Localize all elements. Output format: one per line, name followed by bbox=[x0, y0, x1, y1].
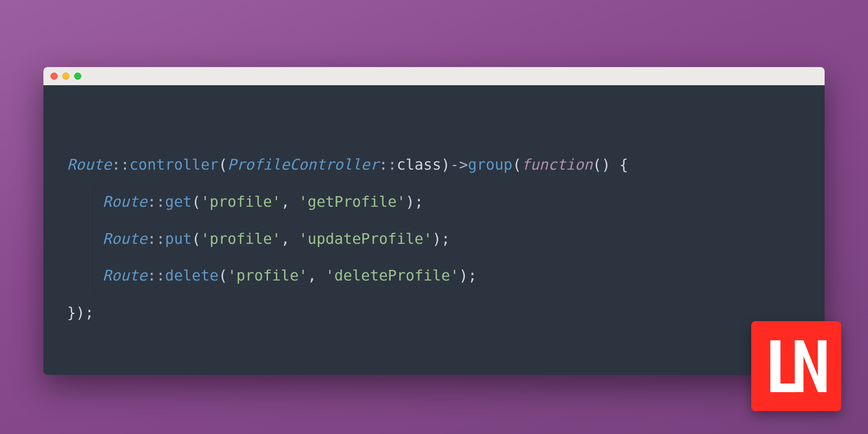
token-plain: ; bbox=[468, 267, 477, 284]
token-string: 'getProfile' bbox=[299, 193, 406, 210]
token-paren: ) bbox=[406, 193, 415, 210]
code-area: Route::controller(ProfileController::cla… bbox=[43, 85, 825, 375]
token-plain: , bbox=[308, 267, 326, 284]
token-string: 'updateProfile' bbox=[299, 230, 432, 247]
svg-rect-0 bbox=[770, 383, 795, 392]
token-class: Route bbox=[103, 230, 147, 247]
indent-guide bbox=[90, 188, 90, 293]
token-scope: :: bbox=[379, 156, 397, 173]
token-plain: , bbox=[281, 230, 299, 247]
token-class: ProfileController bbox=[227, 156, 379, 173]
token-scope: :: bbox=[147, 193, 165, 210]
token-plain: { bbox=[610, 156, 628, 173]
ln-logo-icon bbox=[760, 330, 832, 402]
token-string: 'deleteProfile' bbox=[326, 267, 459, 284]
token-method: put bbox=[165, 230, 192, 247]
token-paren: ) bbox=[459, 267, 468, 284]
code-line: Route::put('profile', 'updateProfile'); bbox=[67, 230, 450, 247]
token-method: controller bbox=[129, 156, 219, 173]
token-paren: ) bbox=[441, 156, 450, 173]
token-arrow: -> bbox=[450, 156, 468, 173]
token-class: Route bbox=[67, 156, 112, 173]
token-method: get bbox=[165, 193, 192, 210]
token-string: 'profile' bbox=[227, 267, 307, 284]
laravel-news-logo bbox=[751, 321, 841, 411]
token-string: 'profile' bbox=[201, 193, 281, 210]
window-titlebar bbox=[43, 67, 825, 85]
token-class: Route bbox=[103, 193, 147, 210]
code-line: Route::delete('profile', 'deleteProfile'… bbox=[67, 267, 477, 284]
token-scope: :: bbox=[112, 156, 129, 173]
code-line: Route::controller(ProfileController::cla… bbox=[67, 156, 628, 173]
token-paren: ( bbox=[219, 156, 228, 173]
token-method: group bbox=[468, 156, 513, 173]
token-class: Route bbox=[103, 267, 147, 284]
zoom-icon[interactable] bbox=[74, 73, 81, 80]
token-plain: ; bbox=[441, 230, 450, 247]
code-line: }); bbox=[67, 304, 94, 321]
token-paren: ( bbox=[219, 267, 228, 284]
code-line: Route::get('profile', 'getProfile'); bbox=[67, 193, 423, 210]
token-paren: ) bbox=[432, 230, 441, 247]
token-method: delete bbox=[165, 267, 218, 284]
code-content: Route::controller(ProfileController::cla… bbox=[67, 146, 801, 331]
token-paren: () bbox=[593, 156, 610, 173]
token-scope: :: bbox=[147, 230, 165, 247]
token-plain: , bbox=[281, 193, 299, 210]
close-icon[interactable] bbox=[51, 73, 58, 80]
token-plain: ; bbox=[415, 193, 424, 210]
token-paren: ( bbox=[513, 156, 522, 173]
token-fnkw: function bbox=[521, 156, 593, 173]
token-kwclass: class bbox=[397, 156, 441, 173]
token-paren: ( bbox=[192, 193, 201, 210]
token-string: 'profile' bbox=[201, 230, 281, 247]
token-scope: :: bbox=[147, 267, 165, 284]
code-editor-window: Route::controller(ProfileController::cla… bbox=[43, 67, 825, 375]
token-plain: }); bbox=[67, 304, 94, 321]
token-paren: ( bbox=[192, 230, 201, 247]
minimize-icon[interactable] bbox=[62, 73, 69, 80]
